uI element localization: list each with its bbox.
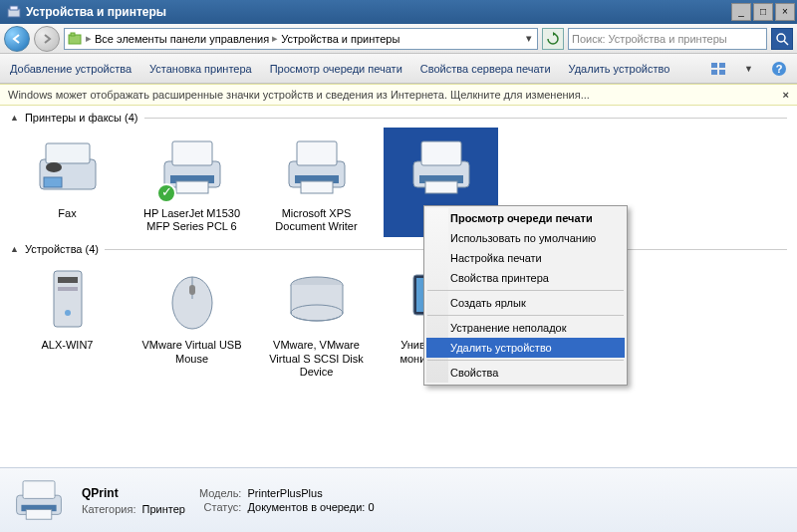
details-category: Принтер (141, 503, 184, 515)
svg-rect-29 (58, 277, 78, 283)
svg-line-5 (784, 41, 788, 45)
svg-point-4 (777, 34, 785, 42)
address-dropdown[interactable]: ▾ (523, 32, 535, 45)
svg-rect-25 (421, 141, 461, 165)
search-button[interactable] (771, 28, 793, 50)
chevron-right-icon: ▸ (272, 32, 278, 45)
svg-rect-9 (719, 70, 725, 75)
ctx-set-default[interactable]: Использовать по умолчанию (426, 228, 625, 248)
details-printer-icon (10, 476, 68, 524)
printers-row: Fax HP LaserJet M1530 MFP Series PCL 6 M… (10, 128, 787, 237)
svg-rect-19 (176, 181, 208, 193)
cmd-remove-device[interactable]: Удалить устройство (569, 63, 670, 75)
cmd-server-props[interactable]: Свойства сервера печати (420, 63, 551, 75)
group-printers-header[interactable]: ▲ Принтеры и факсы (4) (10, 112, 787, 124)
view-dropdown[interactable]: ▼ (744, 64, 753, 74)
svg-rect-1 (10, 6, 18, 10)
ctx-separator (427, 360, 624, 361)
details-category-label: Категория: (82, 503, 135, 515)
cmd-view-queue[interactable]: Просмотр очереди печати (270, 63, 402, 75)
printer-icon (281, 132, 353, 203)
device-mouse[interactable]: VMware Virtual USB Mouse (134, 259, 249, 383)
device-label: Fax (58, 207, 76, 220)
mouse-icon (156, 263, 228, 335)
collapse-icon: ▲ (10, 113, 19, 123)
info-bar[interactable]: Windows может отображать расширенные зна… (0, 84, 797, 106)
svg-rect-27 (425, 181, 457, 193)
ctx-printing-prefs[interactable]: Настройка печати (426, 248, 625, 268)
back-button[interactable] (4, 26, 30, 52)
svg-rect-6 (711, 63, 717, 68)
info-bar-close[interactable]: × (783, 89, 789, 101)
default-check-icon (156, 183, 176, 203)
refresh-button[interactable] (542, 28, 564, 50)
title-bar: Устройства и принтеры _ □ × (0, 0, 797, 24)
svg-rect-17 (172, 141, 212, 165)
group-devices-header[interactable]: ▲ Устройства (4) (10, 243, 787, 255)
command-toolbar: Добавление устройства Установка принтера… (0, 54, 797, 84)
group-devices-title: Устройства (4) (25, 243, 99, 255)
ctx-view-queue[interactable]: Просмотр очереди печати (426, 208, 625, 228)
device-label: ALX-WIN7 (42, 339, 94, 352)
disk-icon (281, 263, 353, 335)
device-disk[interactable]: VMware, VMware Virtual S SCSI Disk Devic… (259, 259, 374, 383)
device-label: HP LaserJet M1530 MFP Series PCL 6 (136, 207, 247, 233)
svg-rect-13 (46, 143, 90, 163)
details-model-label: Модель: (199, 487, 242, 499)
nav-bar: ▸ Все элементы панели управления ▸ Устро… (0, 24, 797, 54)
svg-rect-30 (58, 287, 78, 291)
collapse-icon: ▲ (10, 244, 19, 254)
search-input[interactable]: Поиск: Устройства и принтеры (568, 28, 767, 50)
address-seg-1[interactable]: Все элементы панели управления (95, 33, 269, 45)
ctx-troubleshoot[interactable]: Устранение неполадок (426, 318, 625, 338)
svg-point-31 (65, 310, 71, 316)
svg-rect-8 (711, 70, 717, 75)
content-area: ▲ Принтеры и факсы (4) Fax HP LaserJet M… (0, 106, 797, 467)
svg-point-15 (46, 162, 62, 172)
details-pane: QPrint Категория: Принтер Модель: Printe… (0, 467, 797, 532)
forward-button[interactable] (34, 26, 60, 52)
device-computer[interactable]: ALX-WIN7 (10, 259, 125, 383)
device-hp-laserjet[interactable]: HP LaserJet M1530 MFP Series PCL 6 (134, 128, 249, 237)
ctx-separator (427, 290, 624, 291)
svg-rect-7 (719, 63, 725, 68)
svg-rect-21 (297, 141, 337, 165)
chevron-right-icon: ▸ (86, 32, 92, 45)
device-label: VMware, VMware Virtual S SCSI Disk Devic… (261, 339, 372, 379)
context-menu: Просмотр очереди печати Использовать по … (423, 205, 628, 386)
ctx-create-shortcut[interactable]: Создать ярлык (426, 293, 625, 313)
svg-rect-42 (23, 481, 55, 499)
cmd-add-device[interactable]: Добавление устройства (10, 63, 132, 75)
view-options-button[interactable] (710, 61, 726, 77)
devices-row: ALX-WIN7 VMware Virtual USB Mouse VMware… (10, 259, 787, 383)
ctx-properties[interactable]: Свойства (426, 363, 625, 383)
svg-rect-34 (189, 285, 195, 295)
device-label: VMware Virtual USB Mouse (136, 339, 247, 365)
close-button[interactable]: × (775, 3, 795, 21)
fax-icon (32, 132, 104, 203)
ctx-printer-props[interactable]: Свойства принтера (426, 268, 625, 288)
details-extra: Модель: PrinterPlusPlus Статус: Документ… (199, 487, 375, 513)
details-status: Документов в очереди: 0 (247, 501, 374, 513)
svg-text:?: ? (776, 63, 783, 75)
app-icon (6, 4, 22, 20)
info-bar-text: Windows может отображать расширенные зна… (8, 89, 590, 101)
svg-rect-3 (71, 33, 75, 36)
search-placeholder: Поиск: Устройства и принтеры (572, 33, 763, 45)
device-label: Microsoft XPS Document Writer (261, 207, 372, 233)
printer-icon (156, 132, 228, 203)
device-fax[interactable]: Fax (10, 128, 125, 237)
help-button[interactable]: ? (771, 61, 787, 77)
device-xps-writer[interactable]: Microsoft XPS Document Writer (259, 128, 374, 237)
address-bar[interactable]: ▸ Все элементы панели управления ▸ Устро… (64, 28, 538, 50)
address-seg-2[interactable]: Устройства и принтеры (281, 33, 399, 45)
ctx-remove-device[interactable]: Удалить устройство (426, 338, 625, 358)
cmd-add-printer[interactable]: Установка принтера (149, 63, 252, 75)
cpl-icon (67, 31, 83, 47)
svg-rect-44 (26, 510, 52, 520)
window-buttons: _ □ × (731, 3, 795, 21)
printer-icon (405, 132, 477, 203)
minimize-button[interactable]: _ (731, 3, 751, 21)
details-model: PrinterPlusPlus (247, 487, 374, 499)
maximize-button[interactable]: □ (753, 3, 773, 21)
